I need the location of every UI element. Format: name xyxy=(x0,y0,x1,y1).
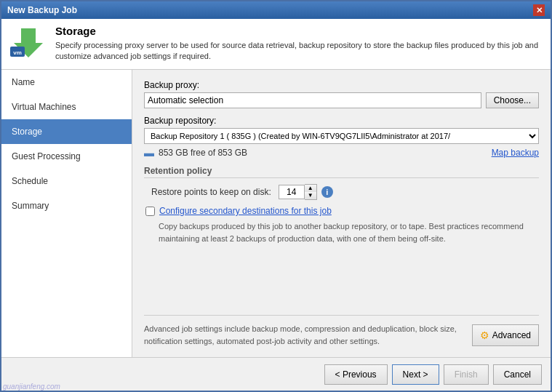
cancel-button[interactable]: Cancel xyxy=(493,364,542,385)
backup-repository-row: Backup Repository 1 ( 835G ) (Created by… xyxy=(144,128,539,144)
sidebar-item-guest-processing[interactable]: Guest Processing xyxy=(1,144,132,169)
storage-drive-icon: ▬ xyxy=(144,147,154,159)
storage-icon-svg: vm xyxy=(10,25,47,61)
spinbox-buttons: ▲ ▼ xyxy=(305,184,317,200)
header: vm Storage Specify processing proxy serv… xyxy=(1,19,551,70)
main-window: New Backup Job ✕ vm Storage Specify proc… xyxy=(0,0,552,392)
map-backup-link[interactable]: Map backup xyxy=(492,148,539,158)
backup-proxy-input[interactable] xyxy=(144,92,481,108)
window-title: New Backup Job xyxy=(7,5,77,15)
content-top: Backup proxy: Choose... Backup repositor… xyxy=(144,80,539,244)
retention-policy-section-title: Retention policy xyxy=(144,166,539,178)
configure-secondary-description: Copy backups produced by this job to ano… xyxy=(159,220,539,244)
finish-button[interactable]: Finish xyxy=(444,364,489,385)
storage-free-text: 853 GB free of 853 GB xyxy=(159,148,492,158)
content-area: Backup proxy: Choose... Backup repositor… xyxy=(132,70,551,357)
header-content: Storage Specify processing proxy server … xyxy=(55,25,542,63)
advanced-description: Advanced job settings include backup mod… xyxy=(144,323,463,347)
retention-row: Restore points to keep on disk: ▲ ▼ i xyxy=(151,184,539,200)
configure-secondary-label[interactable]: Configure secondary destinations for thi… xyxy=(159,206,332,216)
sidebar-item-summary[interactable]: Summary xyxy=(1,193,132,218)
main-content: Name Virtual Machines Storage Guest Proc… xyxy=(1,70,551,357)
spinbox-down-button[interactable]: ▼ xyxy=(305,192,316,199)
next-button[interactable]: Next > xyxy=(392,364,439,385)
header-icon: vm xyxy=(10,25,47,61)
sidebar: Name Virtual Machines Storage Guest Proc… xyxy=(1,70,132,357)
watermark: guanjianfeng.com xyxy=(3,383,60,391)
backup-proxy-row: Choose... xyxy=(144,92,539,108)
storage-info-row: ▬ 853 GB free of 853 GB Map backup xyxy=(144,147,539,159)
sidebar-item-virtual-machines[interactable]: Virtual Machines xyxy=(1,95,132,119)
header-description: Specify processing proxy server to be us… xyxy=(55,40,542,63)
sidebar-item-storage[interactable]: Storage xyxy=(1,119,132,144)
retention-info-icon[interactable]: i xyxy=(321,186,333,198)
backup-proxy-group: Backup proxy: Choose... xyxy=(144,80,539,108)
spinbox-up-button[interactable]: ▲ xyxy=(305,185,316,192)
backup-proxy-choose-button[interactable]: Choose... xyxy=(486,92,539,108)
backup-repository-label: Backup repository: xyxy=(144,116,539,126)
retention-value-input[interactable] xyxy=(279,185,305,199)
backup-proxy-label: Backup proxy: xyxy=(144,80,539,90)
title-bar: New Backup Job ✕ xyxy=(1,1,551,19)
sidebar-item-schedule[interactable]: Schedule xyxy=(1,169,132,193)
close-button[interactable]: ✕ xyxy=(533,4,545,16)
retention-label: Restore points to keep on disk: xyxy=(151,187,271,197)
advanced-button[interactable]: ⚙ Advanced xyxy=(472,324,539,346)
footer: < Previous Next > Finish Cancel xyxy=(1,357,551,391)
backup-repository-select[interactable]: Backup Repository 1 ( 835G ) (Created by… xyxy=(144,128,539,144)
header-title: Storage xyxy=(55,25,542,37)
configure-secondary-row: Configure secondary destinations for thi… xyxy=(145,206,539,216)
advanced-section: Advanced job settings include backup mod… xyxy=(144,315,539,347)
svg-text:vm: vm xyxy=(13,49,22,56)
sidebar-item-name[interactable]: Name xyxy=(1,70,132,95)
backup-repository-group: Backup repository: Backup Repository 1 (… xyxy=(144,116,539,159)
configure-secondary-checkbox[interactable] xyxy=(145,207,155,216)
gear-icon: ⚙ xyxy=(480,329,489,341)
previous-button[interactable]: < Previous xyxy=(324,364,388,385)
retention-spinbox: ▲ ▼ xyxy=(279,184,317,200)
